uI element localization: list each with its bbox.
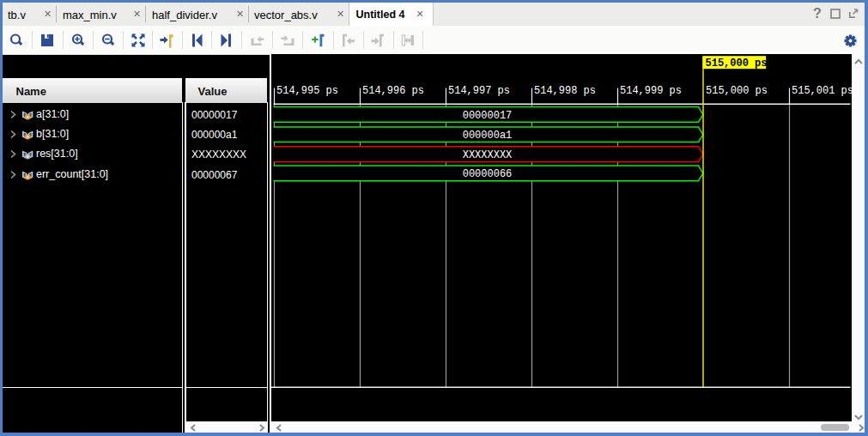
svg-text:514,996 ps: 514,996 ps (362, 85, 424, 97)
svg-text:514,999 ps: 514,999 ps (620, 85, 682, 97)
svg-text:515,000 ps: 515,000 ps (705, 58, 767, 70)
svg-text:514,995 ps: 514,995 ps (276, 85, 338, 97)
svg-text:XXXXXXXX: XXXXXXXX (462, 149, 512, 161)
svg-text:514,998 ps: 514,998 ps (534, 85, 596, 97)
svg-text:00000017: 00000017 (462, 110, 512, 122)
svg-text:00000066: 00000066 (462, 168, 512, 180)
svg-text:515,000 ps: 515,000 ps (706, 85, 768, 97)
svg-text:515,001 ps: 515,001 ps (792, 85, 853, 97)
svg-text:514,997 ps: 514,997 ps (448, 85, 510, 97)
svg-text:000000a1: 000000a1 (462, 130, 512, 142)
